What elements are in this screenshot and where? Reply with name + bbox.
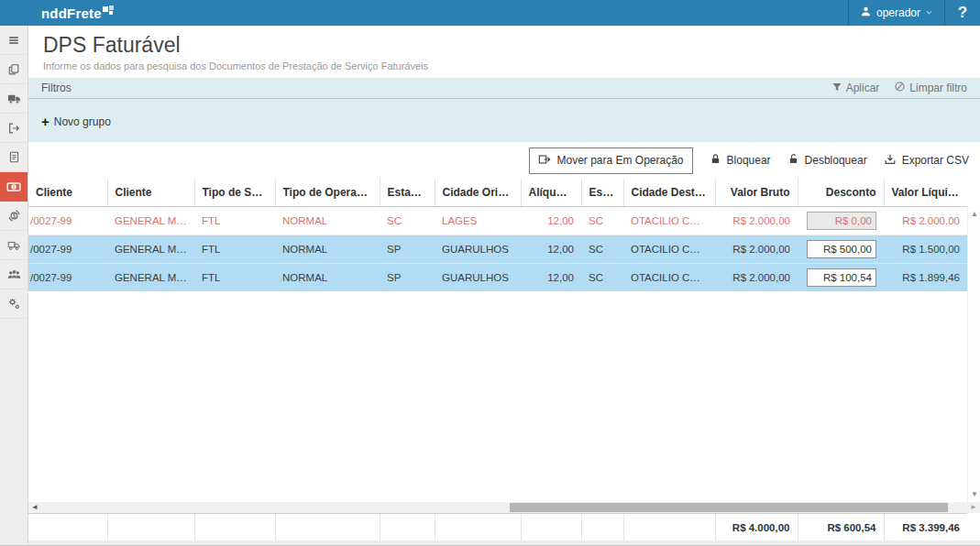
block-label: Bloquear bbox=[727, 154, 771, 167]
grid-footer: R$ 4.000,00 R$ 600,54 R$ 3.399,46 bbox=[28, 513, 967, 541]
brand-logo: nddFrete bbox=[41, 5, 114, 21]
filter-icon bbox=[831, 82, 842, 95]
filters-panel: Filtros Aplicar Limpar filtro + Novo gru… bbox=[28, 78, 980, 142]
filters-actions: Aplicar Limpar filtro bbox=[831, 81, 967, 95]
sidebar-item-documents[interactable] bbox=[0, 55, 28, 84]
cell-desconto bbox=[798, 206, 884, 235]
move-to-operation-button[interactable]: Mover para Em Operação bbox=[529, 147, 692, 174]
move-icon bbox=[538, 153, 551, 169]
block-button[interactable]: Bloquear bbox=[710, 153, 771, 168]
vertical-scrollbar[interactable]: ▲ ▼ bbox=[967, 206, 980, 502]
cell-valor-bruto: R$ 2.000,00 bbox=[715, 263, 798, 291]
desconto-input-row-2[interactable] bbox=[807, 240, 876, 258]
user-menu-button[interactable]: operador bbox=[848, 0, 945, 26]
filters-title: Filtros bbox=[41, 82, 72, 94]
sidebar-item-users[interactable] bbox=[0, 260, 28, 289]
unblock-label: Desbloquear bbox=[805, 154, 867, 167]
column-header-cliente[interactable]: Cliente bbox=[107, 179, 194, 206]
footer-cell-empty bbox=[28, 514, 107, 541]
cell-cidade-destino: OTACILIO COSTA bbox=[623, 263, 715, 291]
new-group-button[interactable]: + Novo grupo bbox=[41, 115, 111, 128]
sidebar-item-truck[interactable] bbox=[0, 84, 28, 114]
column-header-estado-destino[interactable]: Estado ... bbox=[581, 179, 623, 206]
column-header-valor-bruto[interactable]: Valor Bruto bbox=[715, 179, 798, 206]
column-header-estado-origem[interactable]: Estado ... bbox=[380, 179, 435, 206]
cell-cidade-origem: GUARULHOS bbox=[435, 235, 521, 263]
plus-icon: + bbox=[41, 117, 50, 126]
cell-aliquota: 12,00 bbox=[521, 206, 581, 235]
cell-tipo-servico: FTL bbox=[194, 263, 275, 291]
unblock-button[interactable]: Desbloquear bbox=[787, 153, 867, 168]
column-header-cidade-origem[interactable]: Cidade Origem bbox=[435, 179, 521, 206]
cell-valor-bruto: R$ 2.000,00 bbox=[715, 206, 798, 235]
cell-estado-destino: SC bbox=[581, 235, 623, 263]
cell-cliente: GENERAL MOTORS ... bbox=[107, 263, 194, 291]
menu-icon bbox=[7, 34, 20, 47]
cell-cliente-codigo: /0027-99 bbox=[28, 263, 107, 291]
new-group-label: Novo grupo bbox=[54, 115, 111, 128]
sidebar-item-billing-active[interactable] bbox=[0, 172, 28, 202]
lock-icon bbox=[710, 153, 721, 168]
page-title: DPS Faturável bbox=[43, 33, 980, 58]
footer-total-valor-liquido: R$ 3.399,46 bbox=[884, 514, 967, 541]
column-header-cidade-destino[interactable]: Cidade Destino bbox=[623, 179, 715, 206]
clear-filter-button[interactable]: Limpar filtro bbox=[894, 81, 967, 95]
export-csv-button[interactable]: Exportar CSV bbox=[884, 153, 969, 169]
cell-tipo-operacao: NORMAL bbox=[275, 206, 380, 235]
footer-cell-empty bbox=[581, 514, 623, 541]
sidebar-item-menu[interactable] bbox=[0, 26, 28, 55]
help-button[interactable]: ? bbox=[945, 0, 980, 26]
footer-total-desconto: R$ 600,54 bbox=[798, 514, 884, 541]
cell-cliente-codigo: /0027-99 bbox=[28, 206, 107, 235]
scroll-up-arrow-icon[interactable]: ▲ bbox=[968, 210, 980, 218]
footer-cell-empty bbox=[107, 514, 194, 541]
clear-filter-label: Limpar filtro bbox=[909, 82, 967, 94]
cell-cliente: GENERAL MOTORS ... bbox=[107, 206, 194, 235]
export-icon bbox=[7, 122, 20, 135]
table-row-3[interactable]: /0027-99 GENERAL MOTORS ... FTL NORMAL S… bbox=[28, 263, 967, 291]
app-window: nddFrete operador ? bbox=[0, 0, 980, 546]
sidebar: $ bbox=[0, 26, 28, 546]
sidebar-item-export[interactable] bbox=[0, 114, 28, 143]
apply-filter-button[interactable]: Aplicar bbox=[831, 81, 880, 95]
svg-text:$: $ bbox=[12, 213, 16, 219]
table-row-2[interactable]: /0027-99 GENERAL MOTORS ... FTL NORMAL S… bbox=[28, 235, 967, 263]
grid-table-wrap: Cliente Cliente Tipo de Serviço Tipo de … bbox=[28, 179, 967, 292]
download-icon bbox=[884, 153, 897, 169]
horizontal-scrollbar-thumb[interactable] bbox=[510, 503, 947, 512]
column-header-aliquota[interactable]: Alíquota (%) bbox=[521, 179, 581, 206]
sidebar-item-settings[interactable] bbox=[0, 289, 28, 319]
scroll-left-arrow-icon[interactable]: ◄ bbox=[31, 503, 39, 511]
bottom-strip bbox=[28, 541, 980, 546]
cell-cidade-origem: GUARULHOS bbox=[435, 263, 521, 291]
user-label: operador bbox=[876, 6, 920, 19]
cell-tipo-servico: FTL bbox=[194, 235, 275, 263]
column-header-tipo-operacao[interactable]: Tipo de Operação bbox=[275, 179, 380, 206]
sidebar-item-fleet[interactable] bbox=[0, 231, 28, 260]
table-row-1[interactable]: /0027-99 GENERAL MOTORS ... FTL NORMAL S… bbox=[28, 206, 967, 235]
scroll-down-arrow-icon[interactable]: ▼ bbox=[968, 490, 980, 498]
footer-cell-empty bbox=[521, 514, 581, 541]
desconto-input-row-3[interactable] bbox=[807, 268, 876, 287]
cell-tipo-servico: FTL bbox=[194, 206, 275, 235]
column-header-cliente-codigo[interactable]: Cliente bbox=[28, 179, 107, 206]
column-header-valor-liquido[interactable]: Valor Líquido bbox=[884, 179, 967, 206]
sidebar-item-document[interactable] bbox=[0, 143, 28, 172]
cell-cidade-origem: LAGES bbox=[435, 206, 521, 235]
sidebar-item-money-sync[interactable]: $ bbox=[0, 202, 28, 231]
footer-total-valor-bruto: R$ 4.000,00 bbox=[715, 514, 798, 541]
grid-footer-row: R$ 4.000,00 R$ 600,54 R$ 3.399,46 bbox=[28, 514, 967, 541]
scroll-right-arrow-icon[interactable]: ► bbox=[970, 503, 977, 511]
column-header-tipo-servico[interactable]: Tipo de Serviço bbox=[194, 179, 275, 206]
users-icon bbox=[7, 268, 21, 281]
grid-empty-area bbox=[28, 291, 967, 502]
page-header: DPS Faturável Informe os dados para pesq… bbox=[28, 26, 980, 78]
column-header-desconto[interactable]: Desconto bbox=[798, 179, 884, 206]
copy-documents-icon bbox=[7, 63, 20, 76]
money-sync-icon: $ bbox=[7, 209, 21, 223]
cell-cidade-destino: OTACILIO COSTA bbox=[623, 235, 715, 263]
horizontal-scrollbar[interactable]: ◄ ► bbox=[28, 502, 980, 513]
cell-aliquota: 12,00 bbox=[521, 263, 581, 291]
topbar: nddFrete operador ? bbox=[0, 0, 980, 26]
footer-cell-empty bbox=[275, 514, 380, 541]
